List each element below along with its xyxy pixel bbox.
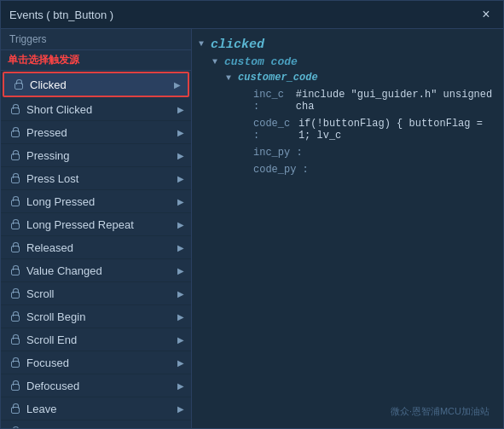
tree-level1-label: custom code: [224, 55, 298, 68]
arrow-right-scroll-begin: ▶: [177, 312, 184, 322]
lock-icon-pressed: [8, 125, 21, 139]
code-line-inc-py: inc_py :: [199, 143, 496, 160]
trigger-label-clicked: Clicked: [30, 78, 174, 91]
window-title: Events ( btn_Button ): [9, 9, 113, 21]
trigger-item-released[interactable]: Released ▶: [1, 236, 191, 259]
left-panel: Triggers 单击选择触发源 Clicked ▶ Short Clicked…: [1, 29, 192, 428]
code-key-code-c: code_c :: [253, 118, 295, 142]
code-line-code-py: code_py :: [199, 160, 496, 177]
trigger-item-defocused[interactable]: Defocused ▶: [1, 374, 191, 397]
close-button[interactable]: ×: [478, 6, 495, 23]
trigger-item-hit-test[interactable]: Hit Test ▶: [1, 420, 191, 428]
lock-icon-defocused: [8, 379, 21, 392]
arrow-right-hit-test: ▶: [177, 427, 184, 429]
trigger-label-press-lost: Press Lost: [26, 172, 177, 185]
tree-level2-node: ▼ customer_code: [199, 70, 496, 85]
lock-icon-leave: [8, 402, 21, 415]
trigger-label-focused: Focused: [26, 357, 177, 369]
arrow-right-scroll-end: ▶: [177, 335, 184, 345]
tree-root-label: clicked: [211, 38, 264, 52]
annotation-text: 单击选择触发源: [1, 50, 191, 71]
lock-icon-scroll: [8, 287, 21, 300]
trigger-item-scroll[interactable]: Scroll ▶: [1, 282, 191, 305]
trigger-label-short-clicked: Short Clicked: [26, 103, 177, 116]
arrow-right-press-lost: ▶: [177, 174, 184, 183]
arrow-right-leave: ▶: [177, 404, 184, 414]
trigger-label-scroll-end: Scroll End: [26, 333, 177, 346]
code-key-code-py: code_py :: [253, 164, 309, 176]
lock-icon-scroll-end: [8, 333, 21, 346]
arrow-right-long-pressed: ▶: [177, 197, 184, 206]
lock-icon-long-pressed: [8, 194, 21, 208]
title-bar: Events ( btn_Button ) ×: [1, 1, 503, 29]
lock-icon-hit-test: [8, 425, 21, 428]
triggers-header: Triggers: [1, 29, 191, 50]
tree-root-node: ▼ clicked: [199, 36, 496, 54]
arrow-right-defocused: ▶: [177, 381, 184, 391]
arrow-right-scroll: ▶: [177, 289, 184, 299]
trigger-label-scroll-begin: Scroll Begin: [26, 310, 177, 323]
main-window: Events ( btn_Button ) × Triggers 单击选择触发源…: [0, 0, 504, 429]
trigger-item-scroll-begin[interactable]: Scroll Begin ▶: [1, 305, 191, 328]
trigger-label-released: Released: [26, 241, 177, 254]
trigger-item-value-changed[interactable]: Value Changed ▶: [1, 259, 191, 282]
trigger-label-pressing: Pressing: [26, 149, 177, 162]
right-panel: ▼ clicked ▼ custom code ▼ customer_code …: [192, 29, 503, 428]
lock-icon-value-changed: [8, 264, 21, 277]
tree-level1-node: ▼ custom code: [199, 54, 496, 70]
trigger-label-hit-test: Hit Test: [26, 426, 177, 429]
tree-root-arrow: ▼: [199, 38, 211, 49]
lock-icon-long-pressed-repeat: [8, 217, 21, 231]
arrow-right-clicked: ▶: [174, 80, 181, 90]
trigger-item-press-lost[interactable]: Press Lost ▶: [1, 167, 191, 190]
code-key-inc-py: inc_py :: [253, 147, 303, 159]
lock-icon-clicked: [11, 78, 25, 91]
trigger-label-value-changed: Value Changed: [26, 264, 177, 277]
tree-level1-arrow: ▼: [212, 55, 224, 67]
trigger-label-pressed: Pressed: [26, 126, 177, 139]
content-area: Triggers 单击选择触发源 Clicked ▶ Short Clicked…: [1, 29, 503, 428]
watermark: 微众·恩智浦MCU加油站: [199, 402, 496, 421]
arrow-right-long-pressed-repeat: ▶: [177, 220, 184, 229]
trigger-label-long-pressed: Long Pressed: [26, 195, 177, 208]
lock-icon-press-lost: [8, 171, 21, 185]
tree-level2-label: customer_code: [238, 72, 318, 84]
arrow-right-pressing: ▶: [177, 151, 184, 160]
code-line-inc-c: inc_c : #include "gui_guider.h" unsigned…: [199, 85, 496, 114]
lock-icon-pressing: [8, 148, 21, 162]
trigger-label-defocused: Defocused: [26, 380, 177, 392]
arrow-right-focused: ▶: [177, 358, 184, 368]
lock-icon-focused: [8, 356, 21, 369]
trigger-item-pressed[interactable]: Pressed ▶: [1, 121, 191, 144]
trigger-label-leave: Leave: [26, 403, 177, 415]
trigger-label-scroll: Scroll: [26, 287, 177, 300]
trigger-item-clicked[interactable]: Clicked ▶: [3, 72, 189, 97]
trigger-item-scroll-end[interactable]: Scroll End ▶: [1, 328, 191, 351]
code-line-code-c: code_c : if(!buttonFlag) { buttonFlag = …: [199, 114, 496, 143]
code-value-code-c: if(!buttonFlag) { buttonFlag = 1; lv_c: [298, 118, 496, 142]
code-value-inc-c: #include "gui_guider.h" unsigned cha: [296, 89, 496, 113]
arrow-right-value-changed: ▶: [177, 266, 184, 275]
trigger-list: Clicked ▶ Short Clicked ▶ Pressed ▶: [1, 71, 191, 428]
arrow-right-released: ▶: [177, 243, 184, 252]
lock-icon-released: [8, 241, 21, 254]
lock-icon-short-clicked: [8, 102, 21, 116]
arrow-right-pressed: ▶: [177, 128, 184, 137]
trigger-item-long-pressed[interactable]: Long Pressed ▶: [1, 190, 191, 213]
trigger-item-focused[interactable]: Focused ▶: [1, 351, 191, 374]
tree-level2-arrow: ▼: [226, 72, 238, 83]
trigger-item-long-pressed-repeat[interactable]: Long Pressed Repeat ▶: [1, 213, 191, 236]
trigger-item-short-clicked[interactable]: Short Clicked ▶: [1, 98, 191, 121]
code-key-inc-c: inc_c :: [253, 89, 293, 113]
trigger-item-pressing[interactable]: Pressing ▶: [1, 144, 191, 167]
lock-icon-scroll-begin: [8, 310, 21, 323]
trigger-item-leave[interactable]: Leave ▶: [1, 397, 191, 420]
trigger-label-long-pressed-repeat: Long Pressed Repeat: [26, 218, 177, 231]
arrow-right-short-clicked: ▶: [177, 105, 184, 114]
code-tree: ▼ clicked ▼ custom code ▼ customer_code …: [199, 36, 496, 402]
